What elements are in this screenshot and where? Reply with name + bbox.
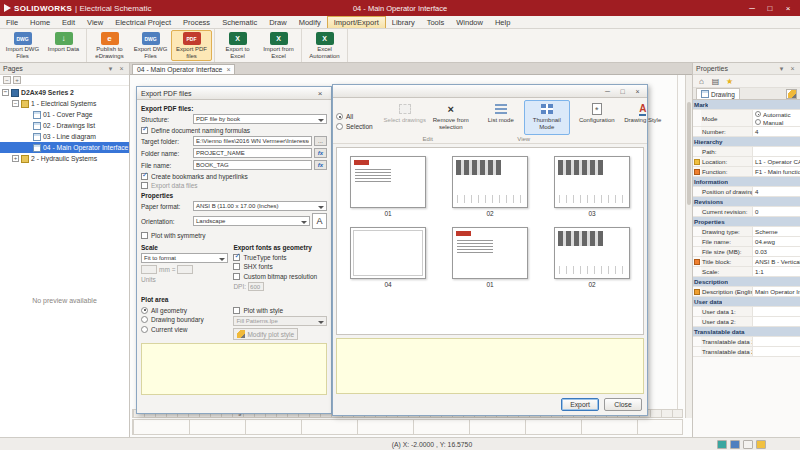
property-row[interactable]: Hierarchy: [693, 137, 800, 147]
file-name-input[interactable]: [193, 160, 312, 170]
pages-tree-item[interactable]: 03 - Line diagram: [0, 131, 129, 142]
property-row[interactable]: Location: L1 - Operator CAB: [693, 157, 800, 167]
mode-automatic-radio[interactable]: [755, 111, 761, 117]
ribbon-button[interactable]: Excel Automation: [304, 30, 345, 61]
property-row[interactable]: Function: F1 - Main function: [693, 167, 800, 177]
menu-item[interactable]: Window: [450, 16, 489, 28]
remove-from-selection-button[interactable]: × Remove from selection: [428, 100, 474, 135]
collapse-all-icon[interactable]: −: [3, 76, 11, 84]
menu-item[interactable]: Draw: [263, 16, 293, 28]
selection-close-button[interactable]: ×: [630, 86, 645, 96]
scrollbar-thumb[interactable]: [687, 102, 691, 205]
thumbnail-mode-button[interactable]: Thumbnail Mode: [524, 100, 570, 135]
property-row[interactable]: Number: 4: [693, 127, 800, 137]
menu-item[interactable]: Electrical Project: [109, 16, 177, 28]
selection-maximize-button[interactable]: □: [615, 86, 630, 96]
minimize-button[interactable]: ─: [744, 2, 760, 14]
tab-close-icon[interactable]: ×: [226, 66, 230, 73]
drawing-boundary-radio[interactable]: [141, 316, 148, 323]
property-row[interactable]: User data 1:: [693, 307, 800, 317]
chevron-down-icon[interactable]: ▾: [777, 64, 786, 73]
select-drawings-button[interactable]: Select drawings: [382, 100, 428, 135]
mode-manual-radio[interactable]: [755, 119, 761, 125]
tab-drawing[interactable]: Drawing: [696, 88, 740, 99]
drawing-style-button[interactable]: A Drawing Style: [620, 100, 666, 135]
filter-all-radio[interactable]: [336, 113, 343, 120]
export-button[interactable]: Export: [561, 398, 599, 411]
property-row[interactable]: File name: 04.ewg: [693, 237, 800, 247]
document-tab[interactable]: 04 - Main Operator Interface ×: [132, 64, 235, 74]
drawing-thumbnail[interactable]: 01: [439, 227, 541, 288]
pages-tree-item[interactable]: − 1 - Electrical Systems: [0, 98, 129, 109]
data-files-checkbox[interactable]: [141, 182, 148, 189]
menu-item[interactable]: Edit: [56, 16, 81, 28]
property-row[interactable]: Position of drawing: 4: [693, 187, 800, 197]
filter-selection-radio[interactable]: [336, 123, 343, 130]
drawing-thumbnail[interactable]: 02: [541, 227, 643, 288]
target-folder-input[interactable]: [193, 136, 312, 146]
monitor-icon[interactable]: [717, 440, 727, 449]
home-icon[interactable]: ⌂: [696, 76, 707, 86]
tree-expander-icon[interactable]: [24, 144, 31, 151]
menu-item[interactable]: Process: [177, 16, 216, 28]
tree-expander-icon[interactable]: −: [12, 100, 19, 107]
ribbon-button[interactable]: Export DWG Files: [130, 30, 171, 61]
tree-expander-icon[interactable]: [24, 133, 31, 140]
shx-checkbox[interactable]: [233, 263, 240, 270]
panel-close-icon[interactable]: ×: [788, 64, 797, 73]
panel-close-icon[interactable]: ×: [117, 64, 126, 73]
all-geometry-radio[interactable]: [141, 307, 148, 314]
menu-item[interactable]: Schematic: [216, 16, 263, 28]
ribbon-button[interactable]: Export to Excel: [217, 30, 258, 61]
orientation-dropdown[interactable]: Landscape: [193, 216, 310, 226]
vertical-scrollbar[interactable]: [685, 75, 692, 418]
tree-expander-icon[interactable]: [24, 111, 31, 118]
property-row[interactable]: Drawing type: Scheme: [693, 227, 800, 237]
property-row[interactable]: Revisions: [693, 197, 800, 207]
pages-tree-item[interactable]: 02 - Drawings list: [0, 120, 129, 131]
file-formula-button[interactable]: fx: [314, 160, 327, 170]
document-icon[interactable]: [743, 440, 753, 449]
property-row[interactable]: Path:: [693, 147, 800, 157]
property-row[interactable]: Properties: [693, 217, 800, 227]
bitmap-checkbox[interactable]: [233, 273, 240, 280]
property-row[interactable]: Description (English): Main Operator Int…: [693, 287, 800, 297]
edit-properties-button[interactable]: [786, 89, 797, 99]
ribbon-button[interactable]: Import DWG Files: [2, 30, 43, 61]
paper-format-dropdown[interactable]: ANSI B (11.00 x 17.00 (Inches): [193, 201, 327, 211]
favorites-star-icon[interactable]: ★: [724, 76, 735, 86]
drawing-canvas[interactable]: 9 Export PDF files × Export PDF files: S…: [130, 75, 692, 437]
browse-button[interactable]: ...: [314, 136, 327, 146]
close-button[interactable]: ×: [780, 2, 796, 14]
truetype-checkbox[interactable]: [233, 254, 240, 261]
dialog-close-button[interactable]: ×: [313, 88, 327, 98]
folder-name-input[interactable]: [193, 148, 312, 158]
symmetry-checkbox[interactable]: [141, 232, 148, 239]
property-row[interactable]: Description: [693, 277, 800, 287]
property-row[interactable]: Scale: 1:1: [693, 267, 800, 277]
menu-item[interactable]: Modify: [293, 16, 327, 28]
drawing-thumbnail[interactable]: 04: [337, 227, 439, 288]
selection-minimize-button[interactable]: ─: [600, 86, 615, 96]
property-row[interactable]: Current revision: 0: [693, 207, 800, 217]
structure-dropdown[interactable]: PDF file by book: [193, 114, 327, 124]
drawing-thumbnail[interactable]: 02: [439, 156, 541, 217]
chevron-down-icon[interactable]: ▾: [106, 64, 115, 73]
menu-item[interactable]: View: [81, 16, 109, 28]
naming-formulas-checkbox[interactable]: [141, 127, 148, 134]
menu-item[interactable]: Help: [489, 16, 516, 28]
ribbon-button[interactable]: Import from Excel: [258, 30, 299, 61]
ribbon-button[interactable]: Export PDF files: [171, 30, 212, 61]
maximize-button[interactable]: □: [762, 2, 778, 14]
property-row[interactable]: Title block: ANSI B - Vertical Drawing: [693, 257, 800, 267]
property-row[interactable]: Mode Automatic Manual: [693, 110, 800, 127]
list-mode-button[interactable]: List mode: [478, 100, 524, 135]
pages-tree-item[interactable]: 04 - Main Operator Interface: [0, 142, 129, 153]
pages-tree-item[interactable]: 01 - Cover Page: [0, 109, 129, 120]
bulb-icon[interactable]: [756, 440, 766, 449]
drawing-thumbnail[interactable]: 03: [541, 156, 643, 217]
bookmarks-checkbox[interactable]: [141, 173, 148, 180]
property-row[interactable]: Translatable data: [693, 327, 800, 337]
tree-expander-icon[interactable]: [24, 122, 31, 129]
property-row[interactable]: Translatable data 2 ():: [693, 347, 800, 357]
